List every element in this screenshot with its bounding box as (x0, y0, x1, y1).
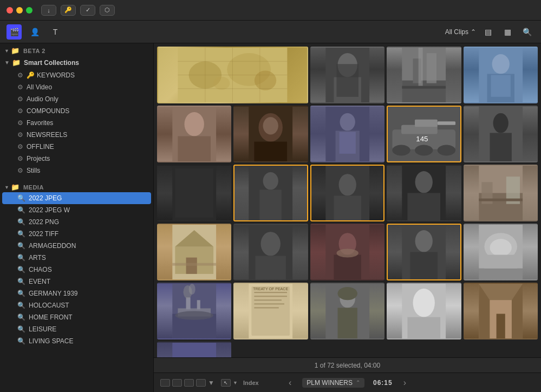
thumbnail-ship[interactable] (157, 283, 231, 339)
media-grid: 145 (154, 43, 541, 357)
media-section-header[interactable]: ▼ 📁 MEDIA (0, 180, 153, 192)
sidebar: ▼ 📁 BETA 2 ▼ 📁 Smart Collections ⚙ 🔑 KEY… (0, 43, 154, 392)
svg-rect-83 (484, 255, 517, 269)
thumbnail-ruins[interactable] (387, 47, 461, 103)
thumbnail-dark2[interactable] (310, 165, 384, 221)
view-btn-2[interactable] (172, 379, 182, 387)
thumbnail-map[interactable] (157, 47, 308, 103)
close-button[interactable] (6, 7, 13, 14)
smart-collections-header[interactable]: ▼ 📁 Smart Collections (0, 56, 153, 69)
clip-selector[interactable]: PLM WINNERS ⌃ (302, 378, 364, 388)
thumbnail-tudor[interactable] (310, 224, 384, 280)
share-button[interactable]: ⬡ (100, 5, 115, 16)
sidebar-item-armageddon[interactable]: 🔍 ARMAGEDDON (2, 240, 151, 252)
thumbnail-barn[interactable] (157, 224, 231, 280)
sidebar-item-stills[interactable]: ⚙ Stills (2, 165, 151, 177)
gear-icon: ⚙ (17, 107, 23, 115)
chevron-icon: ⌃ (471, 28, 476, 36)
thumbnail-sea[interactable] (157, 342, 231, 357)
thumbnail-dark[interactable] (157, 165, 231, 221)
sidebar-item-2022-png[interactable]: 🔍 2022 PNG (2, 216, 151, 228)
view-btn-3[interactable] (184, 379, 194, 387)
thumbnail-tank[interactable]: 145 (387, 106, 461, 162)
sidebar-item-2022-jpeg-w[interactable]: 🔍 2022 JPEG W (2, 204, 151, 216)
sidebar-item-living-space[interactable]: 🔍 LIVING SPACE (2, 335, 151, 347)
sidebar-item-holocaust[interactable]: 🔍 HOLOCAUST (2, 299, 151, 311)
search-icon[interactable]: 🔍 (519, 24, 535, 40)
sidebar-item-keywords[interactable]: ⚙ 🔑 KEYWORDS (2, 69, 151, 81)
svg-rect-40 (438, 121, 455, 125)
thumbnail-portrait1[interactable] (310, 47, 384, 103)
list-view-icon[interactable]: ▤ (480, 24, 496, 40)
film-icon[interactable]: 🎬 (6, 24, 22, 40)
nav-next-button[interactable]: › (401, 378, 408, 388)
text-icon[interactable]: T (48, 24, 63, 40)
sidebar-item-chaos[interactable]: 🔍 CHAOS (2, 264, 151, 276)
thumbnail-silhouette[interactable] (464, 106, 538, 162)
search-icon: 🔍 (17, 325, 25, 333)
nav-prev-button[interactable]: ‹ (286, 378, 294, 388)
smart-collections-folder-icon: 📁 (12, 58, 21, 67)
thumbnail-portrait5[interactable] (387, 224, 461, 280)
thumbnail-officer-blue[interactable] (464, 47, 538, 103)
beta2-section[interactable]: ▼ 📁 BETA 2 (0, 43, 153, 56)
sidebar-item-2022-jpeg[interactable]: 🔍 2022 JPEG (2, 192, 151, 204)
all-clips-selector[interactable]: All Clips ⌃ (445, 28, 476, 36)
sidebar-item-2022-tiff[interactable]: 🔍 2022 TIFF (2, 228, 151, 240)
view-btn-1[interactable] (160, 379, 170, 387)
sidebar-item-germany-1939[interactable]: 🔍 GERMANY 1939 (2, 288, 151, 299)
sidebar-item-home-front[interactable]: 🔍 HOME FRONT (2, 311, 151, 323)
thumbnail-building[interactable] (464, 224, 538, 280)
search-icon: 🔍 (17, 278, 25, 285)
svg-point-26 (185, 112, 204, 136)
minimize-button[interactable] (16, 7, 23, 14)
view-btn-4[interactable] (196, 379, 206, 387)
svg-rect-106 (408, 317, 441, 338)
svg-rect-14 (336, 64, 358, 97)
thumbnail-painting[interactable] (233, 106, 308, 162)
search-icon: 🔍 (17, 194, 25, 202)
thumbnail-soldier[interactable] (310, 283, 384, 339)
svg-rect-71 (256, 256, 286, 279)
sidebar-item-favorites[interactable]: ⚙ Favorites (2, 117, 151, 129)
sidebar-item-arts[interactable]: 🔍 ARTS (2, 252, 151, 264)
filmstrip-view-icon[interactable]: ▦ (500, 24, 515, 40)
import-button[interactable]: ↓ (41, 5, 56, 16)
sidebar-item-all-video[interactable]: ⚙ All Video (2, 81, 151, 93)
svg-rect-19 (419, 48, 423, 86)
thumbnail-portrait2[interactable] (157, 106, 231, 162)
check-button[interactable]: ✓ (80, 5, 95, 16)
sidebar-item-audio-only[interactable]: ⚙ Audio Only (2, 93, 151, 105)
svg-rect-88 (197, 300, 200, 309)
svg-rect-78 (410, 252, 438, 280)
svg-text:TREATY OF PEACE: TREATY OF PEACE (253, 287, 289, 291)
thumbnail-room[interactable] (464, 283, 538, 339)
sidebar-item-offline[interactable]: ⚙ OFFLINE (2, 141, 151, 153)
living-space-label: LIVING SPACE (29, 337, 73, 345)
svg-rect-18 (427, 53, 436, 83)
key-button[interactable]: 🔑 (61, 5, 76, 16)
person-icon[interactable]: 👤 (27, 24, 42, 40)
sidebar-item-projects[interactable]: ⚙ Projects (2, 153, 151, 165)
thumbnail-ruins2[interactable] (464, 165, 538, 221)
search-icon: 🔍 (17, 290, 25, 297)
sidebar-item-compounds[interactable]: ⚙ COMPOUNDS (2, 105, 151, 117)
svg-point-3 (255, 70, 276, 90)
timecode: 06:15 (373, 379, 393, 387)
thumbnail-portrait6[interactable] (387, 283, 461, 339)
thumbnail-portrait4[interactable] (387, 165, 461, 221)
main: ▼ 📁 BETA 2 ▼ 📁 Smart Collections ⚙ 🔑 KEY… (0, 43, 541, 392)
thumbnail-officer3[interactable] (233, 165, 308, 221)
svg-rect-74 (334, 255, 361, 279)
gear-icon: ⚙ (17, 143, 23, 151)
svg-point-82 (490, 239, 511, 256)
dropdown-btn[interactable]: ▼ (208, 379, 216, 387)
sidebar-item-newsreels[interactable]: ⚙ NEWSREELS (2, 129, 151, 141)
thumbnail-portrait3[interactable] (233, 224, 308, 280)
thumbnail-doc[interactable]: TREATY OF PEACE (233, 283, 308, 339)
sidebar-item-leisure[interactable]: 🔍 LEISURE (2, 323, 151, 335)
sidebar-item-event[interactable]: 🔍 EVENT (2, 276, 151, 288)
fullscreen-button[interactable] (26, 7, 32, 14)
thumbnail-officer2[interactable] (310, 106, 384, 162)
search-icon: 🔍 (17, 266, 25, 273)
